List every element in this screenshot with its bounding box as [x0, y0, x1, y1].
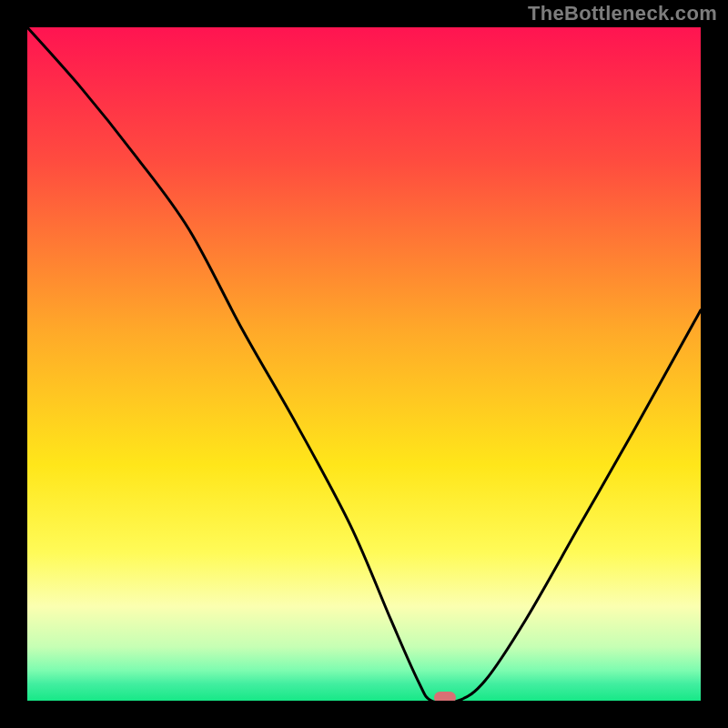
curve-path [27, 27, 701, 701]
bottleneck-curve [27, 27, 701, 701]
optimal-marker [434, 692, 456, 701]
watermark-label: TheBottleneck.com [528, 2, 717, 25]
plot-area [27, 27, 701, 701]
chart-frame: TheBottleneck.com [0, 0, 728, 728]
